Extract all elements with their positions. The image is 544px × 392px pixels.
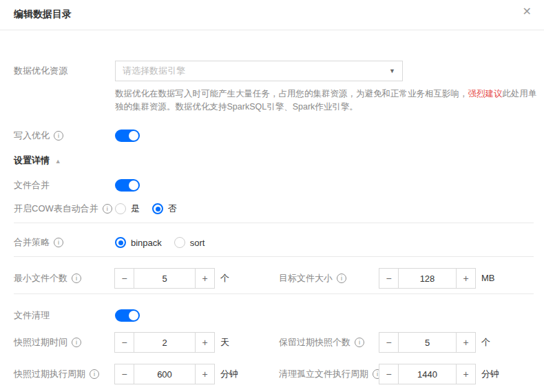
cow-merge-label: 开启COW表自动合并 i xyxy=(14,203,115,215)
snapshot-keep-label: 保留过期快照个数 i xyxy=(279,332,364,353)
decrement-button[interactable]: − xyxy=(379,269,399,288)
file-merge-toggle[interactable] xyxy=(115,179,140,192)
help-highlight: 强烈建议 xyxy=(468,89,503,99)
snapshot-expire-stepper: − + xyxy=(114,332,215,353)
info-icon[interactable]: i xyxy=(54,238,63,247)
cycle-row: 快照过期执行周期 i − + 分钟 清理孤立文件执行周期 i − + 分钟 xyxy=(0,364,544,384)
write-optimize-label: 写入优化 i xyxy=(14,130,115,142)
increment-button[interactable]: + xyxy=(456,269,475,288)
snapshot-keep-stepper: − + xyxy=(379,332,476,353)
decrement-button[interactable]: − xyxy=(115,333,134,352)
target-size-unit: MB xyxy=(481,268,495,289)
snapshot-cycle-unit: 分钟 xyxy=(220,364,238,384)
info-icon[interactable]: i xyxy=(54,131,63,141)
engine-select[interactable]: 请选择数据引擎 ▼ xyxy=(115,61,403,81)
file-clean-row: 文件清理 xyxy=(14,309,530,322)
engine-select-placeholder: 请选择数据引擎 xyxy=(123,65,185,77)
increment-button[interactable]: + xyxy=(456,333,475,352)
merge-strategy-label: 合并策略 i xyxy=(14,236,115,249)
min-files-input[interactable] xyxy=(134,269,195,288)
info-icon[interactable]: i xyxy=(90,369,99,379)
min-files-stepper: − + xyxy=(114,268,215,289)
decrement-button[interactable]: − xyxy=(379,333,399,352)
write-optimize-row: 写入优化 i xyxy=(14,130,530,142)
resource-help-text: 数据优化在数据写入时可能产生大量任务，占用您的集群资源，为避免和正常业务相互影响… xyxy=(115,87,543,114)
strategy-option-binpack[interactable]: binpack xyxy=(115,237,162,248)
resource-row: 数据优化资源 请选择数据引擎 ▼ xyxy=(14,61,530,81)
cow-merge-radio-group: 是 否 xyxy=(115,203,189,215)
file-merge-row: 文件合并 xyxy=(14,179,530,192)
snapshot-cycle-input[interactable] xyxy=(134,364,195,384)
snapshot-cycle-stepper: − + xyxy=(114,364,215,384)
snapshot-keep-input[interactable] xyxy=(399,333,456,352)
file-clean-label: 文件清理 xyxy=(14,309,115,322)
header-divider xyxy=(0,30,544,30)
close-icon[interactable]: ✕ xyxy=(523,6,532,17)
orphan-cycle-label: 清理孤立文件执行周期 i xyxy=(279,364,382,384)
strategy-option-sort[interactable]: sort xyxy=(174,237,205,248)
snapshot-expire-row: 快照过期时间 i − + 天 保留过期快照个数 i − + 个 xyxy=(0,332,544,353)
radio-icon xyxy=(174,237,185,248)
min-files-unit: 个 xyxy=(220,268,229,289)
cow-merge-row: 开启COW表自动合并 i 是 否 xyxy=(14,203,530,215)
snapshot-keep-unit: 个 xyxy=(481,332,490,353)
info-icon[interactable]: i xyxy=(337,274,346,283)
info-icon[interactable]: i xyxy=(355,338,364,347)
orphan-cycle-input[interactable] xyxy=(399,364,456,384)
edit-data-catalog-dialog: 编辑数据目录 ✕ 数据优化资源 请选择数据引擎 ▼ 数据优化在数据写入时可能产生… xyxy=(0,0,544,392)
merge-strategy-radio-group: binpack sort xyxy=(115,237,217,248)
help-pre: 数据优化在数据写入时可能产生大量任务，占用您的集群资源，为避免和正常业务相互影响… xyxy=(115,89,468,99)
min-files-label: 最小文件个数 i xyxy=(14,268,81,289)
increment-button[interactable]: + xyxy=(195,333,214,352)
write-optimize-toggle[interactable] xyxy=(115,130,140,142)
info-icon[interactable]: i xyxy=(72,338,81,347)
settings-detail-header[interactable]: 设置详情 ▲ xyxy=(14,154,61,167)
resource-label: 数据优化资源 xyxy=(14,65,115,77)
info-icon[interactable]: i xyxy=(72,274,81,283)
merge-strategy-row: 合并策略 i binpack sort xyxy=(14,236,530,249)
dropdown-arrow-icon: ▼ xyxy=(389,68,395,74)
decrement-button[interactable]: − xyxy=(115,269,134,288)
radio-icon xyxy=(152,203,163,214)
snapshot-cycle-label: 快照过期执行周期 i xyxy=(14,364,99,384)
snapshot-expire-label: 快照过期时间 i xyxy=(14,332,81,353)
cow-option-no[interactable]: 否 xyxy=(152,203,177,215)
info-icon[interactable]: i xyxy=(103,204,112,214)
increment-button[interactable]: + xyxy=(195,364,214,384)
file-merge-label: 文件合并 xyxy=(14,179,115,192)
divider xyxy=(14,293,534,294)
dialog-title: 编辑数据目录 xyxy=(14,8,72,21)
increment-button[interactable]: + xyxy=(195,269,214,288)
cow-option-yes[interactable]: 是 xyxy=(115,203,140,215)
decrement-button[interactable]: − xyxy=(115,364,134,384)
file-clean-toggle[interactable] xyxy=(115,309,140,322)
radio-icon xyxy=(115,203,126,214)
collapse-icon: ▲ xyxy=(55,158,61,165)
min-files-target-size-row: 最小文件个数 i − + 个 目标文件大小 i − + MB xyxy=(0,268,544,289)
divider xyxy=(14,223,534,223)
snapshot-expire-unit: 天 xyxy=(220,332,229,353)
target-size-label: 目标文件大小 i xyxy=(279,268,346,289)
target-size-stepper: − + xyxy=(379,268,476,289)
radio-icon xyxy=(115,237,126,248)
decrement-button[interactable]: − xyxy=(379,364,399,384)
snapshot-expire-input[interactable] xyxy=(134,333,195,352)
orphan-cycle-stepper: − + xyxy=(379,364,476,384)
increment-button[interactable]: + xyxy=(456,364,475,384)
orphan-cycle-unit: 分钟 xyxy=(481,364,499,384)
divider xyxy=(14,256,534,257)
target-size-input[interactable] xyxy=(399,269,456,288)
